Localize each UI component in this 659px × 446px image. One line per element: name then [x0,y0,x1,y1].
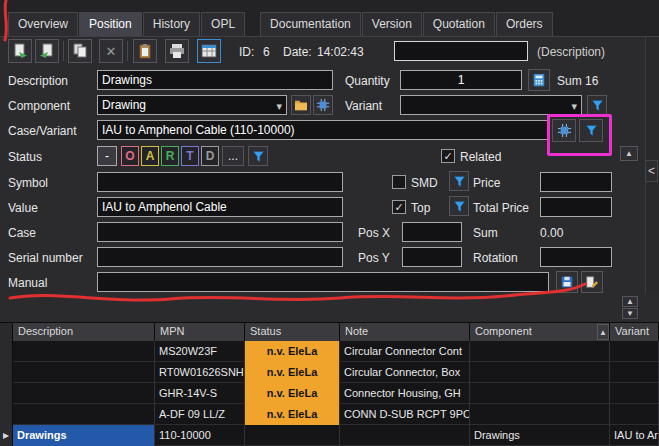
cell-variant[interactable] [610,383,659,404]
cell-mpn[interactable]: GHR-14V-S [155,383,245,404]
cell-description[interactable]: Drawings [13,425,155,446]
status-more-button[interactable]: ... [222,146,244,166]
cell-variant[interactable] [610,404,659,425]
splitter-up-button[interactable] [622,296,638,307]
col-header-component[interactable]: Component [470,323,610,341]
quantity-input[interactable] [400,70,522,90]
status-current-value[interactable]: - [97,146,117,166]
manual-open-button[interactable] [581,271,603,293]
top-filter-button[interactable] [449,196,469,216]
cell-note[interactable]: Circular Connector, Box [340,362,470,383]
export-table-button[interactable] [197,39,221,63]
cell-mpn[interactable]: RT0W01626SNH [155,362,245,383]
tab-history[interactable]: History [143,12,200,36]
tab-version[interactable]: Version [362,12,422,36]
status-label: Status [8,150,42,164]
pos-x-input[interactable] [402,222,462,242]
print-button[interactable] [165,39,189,63]
description-quick-input[interactable] [394,41,528,61]
manual-input[interactable] [97,272,549,292]
pos-y-input[interactable] [402,247,462,267]
tab-documentation[interactable]: Documentation [260,12,361,36]
case-label: Case [8,226,36,240]
col-header-note[interactable]: Note [340,323,470,341]
cell-status[interactable]: n.v. EleLa [245,362,340,383]
value-input[interactable] [97,197,343,217]
cell-mpn[interactable]: 110-10000 [155,425,245,446]
manual-attach-button[interactable] [556,271,578,293]
symbol-input[interactable] [97,172,343,192]
cell-description[interactable] [13,362,155,383]
case-input[interactable] [97,222,343,242]
cell-component[interactable]: Drawings [470,425,610,446]
row-selector-current[interactable] [0,425,13,446]
cell-variant[interactable]: IAU to Ar [610,425,659,446]
status-button-o[interactable]: O [121,146,139,166]
cell-status[interactable]: n.v. EleLa [245,404,340,425]
cell-component[interactable] [470,341,610,362]
paste-button[interactable] [133,39,157,63]
status-button-t[interactable]: T [181,146,199,166]
tab-overview[interactable]: Overview [8,12,78,36]
component-dropdown[interactable]: Drawing [97,95,287,115]
cell-description[interactable] [13,404,155,425]
insert-entry-button[interactable] [35,39,59,63]
row-selector[interactable] [0,341,13,362]
cell-status[interactable] [245,425,340,446]
status-filter-button[interactable] [248,146,268,166]
cell-description[interactable] [13,383,155,404]
collapse-panel-button[interactable] [645,160,658,182]
cell-mpn[interactable]: MS20W23F [155,341,245,362]
related-checkbox[interactable]: ✓ [441,149,455,163]
rotation-input[interactable] [540,247,612,267]
row-selector[interactable] [0,404,13,425]
cell-status[interactable]: n.v. EleLa [245,341,340,362]
cell-status[interactable]: n.v. EleLa [245,383,340,404]
smd-filter-button[interactable] [449,171,469,191]
splitter-down-button[interactable] [622,308,638,319]
cell-description[interactable] [13,341,155,362]
tab-orders[interactable]: Orders [496,12,553,36]
cell-variant[interactable] [610,362,659,383]
cell-note[interactable]: Connector Housing, GH [340,383,470,404]
tab-opl[interactable]: OPL [201,12,245,36]
status-button-a[interactable]: A [141,146,159,166]
component-search-button[interactable] [313,95,333,115]
cell-note[interactable]: CONN D-SUB RCPT 9PO [340,404,470,425]
case-variant-pick-button[interactable] [552,119,576,142]
status-button-r[interactable]: R [161,146,179,166]
cell-component[interactable] [470,404,610,425]
cell-mpn[interactable]: A-DF 09 LL/Z [155,404,245,425]
total-price-input[interactable] [540,197,612,217]
smd-checkbox[interactable] [392,175,406,189]
delete-button[interactable] [99,39,123,63]
case-variant-filter-button[interactable] [579,119,603,142]
cell-variant[interactable] [610,341,659,362]
variant-filter-button[interactable] [587,95,607,115]
cell-component[interactable] [470,383,610,404]
add-entry-button[interactable] [8,39,32,63]
serial-number-input[interactable] [97,247,343,267]
row-selector[interactable] [0,362,13,383]
description-input[interactable] [97,70,333,90]
cell-component[interactable] [470,362,610,383]
open-component-folder-button[interactable] [291,95,311,115]
status-button-d[interactable]: D [201,146,219,166]
col-header-status[interactable]: Status [245,323,340,341]
calculator-button[interactable] [528,69,550,91]
col-header-description[interactable]: Description [13,323,155,341]
col-header-variant[interactable]: Variant [610,323,659,341]
tab-quotation[interactable]: Quotation [423,12,495,36]
case-variant-input[interactable] [97,120,549,140]
row-selector[interactable] [0,383,13,404]
cell-note[interactable] [340,425,470,446]
panel-scroll-up-button[interactable] [620,146,638,161]
tab-position[interactable]: Position [79,12,142,36]
price-input[interactable] [540,172,612,192]
copy-button[interactable] [68,39,92,63]
table-scroll-up-button[interactable] [597,324,609,340]
col-header-mpn[interactable]: MPN [155,323,245,341]
top-checkbox[interactable]: ✓ [392,200,406,214]
variant-dropdown[interactable] [400,95,582,115]
cell-note[interactable]: Circular Connector Cont [340,341,470,362]
